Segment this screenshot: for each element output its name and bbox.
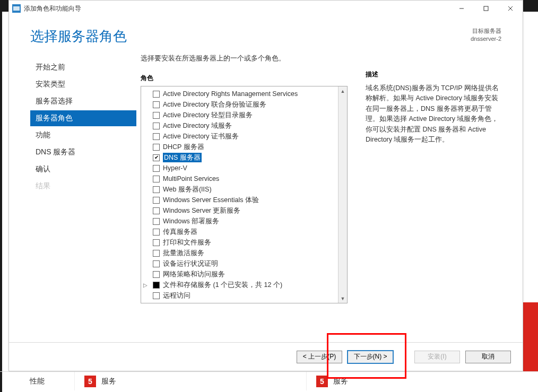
role-checkbox[interactable] xyxy=(153,260,160,267)
role-checkbox[interactable] xyxy=(153,133,160,140)
role-item[interactable]: Active Directory 轻型目录服务 xyxy=(141,110,347,120)
role-label: 批量激活服务 xyxy=(163,248,204,258)
install-button[interactable]: 安装(I) xyxy=(414,351,460,363)
role-item[interactable]: Windows 部署服务 xyxy=(141,216,347,227)
role-item[interactable]: DHCP 服务器 xyxy=(141,142,347,152)
role-label: 远程访问 xyxy=(163,291,190,300)
background-left-edge xyxy=(0,0,2,392)
nav-item-4[interactable]: 功能 xyxy=(30,127,136,143)
svg-rect-1 xyxy=(484,6,488,11)
wizard-dialog: 添加角色和功能向导 选择服务器角色 目标服务器 dnsserver-2 开始之前… xyxy=(8,0,523,371)
background-red-strip xyxy=(523,302,538,371)
scroll-track[interactable] xyxy=(339,95,347,294)
role-checkbox[interactable] xyxy=(153,282,160,289)
role-label: Active Directory 联合身份验证服务 xyxy=(163,100,266,109)
roles-scrollbar[interactable]: ▲ ▼ xyxy=(338,86,347,303)
backdrop-service-cell-left: 5 服务 xyxy=(74,372,306,390)
backdrop-service-label-left: 服务 xyxy=(101,377,116,386)
previous-button[interactable]: < 上一步(P) xyxy=(297,351,342,363)
role-checkbox[interactable] xyxy=(153,239,160,246)
role-item[interactable]: Active Directory 证书服务 xyxy=(141,131,347,142)
backdrop-perf-label: 性能 xyxy=(30,377,45,386)
role-checkbox[interactable] xyxy=(153,186,160,193)
role-checkbox[interactable] xyxy=(153,250,160,257)
titlebar[interactable]: 添加角色和功能向导 xyxy=(9,1,523,16)
backdrop-service-cell-right: 5 服务 xyxy=(306,372,538,390)
roles-listbox[interactable]: Active Directory Rights Management Servi… xyxy=(141,86,348,303)
role-item[interactable]: MultiPoint Services xyxy=(141,173,347,184)
role-item[interactable]: Windows Server Essentials 体验 xyxy=(141,195,347,205)
role-item[interactable]: Web 服务器(IIS) xyxy=(141,184,347,195)
role-item[interactable]: Active Directory 联合身份验证服务 xyxy=(141,99,347,110)
target-server-label: 目标服务器 xyxy=(471,27,501,35)
role-label: 文件和存储服务 (1 个已安装，共 12 个) xyxy=(163,280,282,290)
backdrop-service-label-right: 服务 xyxy=(333,377,348,386)
page-title: 选择服务器角色 xyxy=(30,27,127,46)
close-button[interactable] xyxy=(498,1,523,16)
role-checkbox[interactable] xyxy=(153,144,160,151)
role-label: Windows 部署服务 xyxy=(163,216,219,226)
role-item[interactable]: 网络策略和访问服务 xyxy=(141,269,347,280)
role-checkbox[interactable] xyxy=(153,292,160,299)
role-item[interactable]: Hyper-V xyxy=(141,163,347,173)
role-checkbox[interactable] xyxy=(153,197,160,204)
window-title: 添加角色和功能向导 xyxy=(24,4,81,13)
role-checkbox[interactable] xyxy=(153,229,160,236)
role-item[interactable]: DNS 服务器 xyxy=(141,152,347,163)
roles-list-header: 角色 xyxy=(141,74,353,83)
cancel-button[interactable]: 取消 xyxy=(465,351,511,363)
role-item[interactable]: Active Directory 域服务 xyxy=(141,120,347,131)
role-label: 设备运行状况证明 xyxy=(163,259,218,268)
role-label: Web 服务器(IIS) xyxy=(163,185,212,194)
role-item[interactable]: 设备运行状况证明 xyxy=(141,258,347,269)
wizard-footer: < 上一步(P) 下一步(N) > 安装(I) 取消 xyxy=(9,342,523,371)
nav-item-7: 结果 xyxy=(30,178,136,194)
app-icon xyxy=(12,4,21,13)
nav-item-3[interactable]: 服务器角色 xyxy=(30,110,136,126)
role-label: DHCP 服务器 xyxy=(163,142,204,152)
next-button[interactable]: 下一步(N) > xyxy=(348,351,393,363)
wizard-nav: 开始之前安装类型服务器选择服务器角色功能DNS 服务器确认结果 xyxy=(30,54,136,337)
role-label: Active Directory 证书服务 xyxy=(163,132,239,141)
role-label: Active Directory 轻型目录服务 xyxy=(163,110,253,120)
backdrop-badge-right: 5 xyxy=(316,376,328,387)
role-checkbox[interactable] xyxy=(153,207,160,214)
role-item[interactable]: 批量激活服务 xyxy=(141,248,347,258)
role-checkbox[interactable] xyxy=(153,271,160,278)
role-label: 网络策略和访问服务 xyxy=(163,269,225,279)
nav-item-0[interactable]: 开始之前 xyxy=(30,59,136,75)
role-checkbox[interactable] xyxy=(153,112,160,119)
role-label: MultiPoint Services xyxy=(163,174,219,184)
role-label: Windows Server Essentials 体验 xyxy=(163,195,259,205)
role-label: Active Directory Rights Management Servi… xyxy=(163,89,298,99)
role-checkbox[interactable] xyxy=(153,165,160,172)
description-header: 描述 xyxy=(366,70,501,79)
nav-item-6[interactable]: 确认 xyxy=(30,161,136,177)
role-label: Hyper-V xyxy=(163,163,187,173)
role-item[interactable]: 传真服务器 xyxy=(141,227,347,237)
role-checkbox[interactable] xyxy=(153,101,160,108)
minimize-button[interactable] xyxy=(449,1,474,16)
nav-item-1[interactable]: 安装类型 xyxy=(30,76,136,92)
role-checkbox[interactable] xyxy=(153,218,160,225)
backdrop-badge-left: 5 xyxy=(84,376,96,387)
role-checkbox[interactable] xyxy=(153,176,160,182)
role-checkbox[interactable] xyxy=(153,123,160,129)
nav-item-2[interactable]: 服务器选择 xyxy=(30,93,136,109)
role-checkbox[interactable] xyxy=(153,91,160,98)
role-item[interactable]: 文件和存储服务 (1 个已安装，共 12 个) xyxy=(141,280,347,290)
role-label: Active Directory 域服务 xyxy=(163,121,232,130)
role-label: 打印和文件服务 xyxy=(163,238,211,247)
role-item[interactable]: Active Directory Rights Management Servi… xyxy=(141,89,347,99)
role-checkbox[interactable] xyxy=(153,154,160,161)
role-item[interactable]: 远程访问 xyxy=(141,290,347,301)
target-server-name: dnsserver-2 xyxy=(471,35,501,43)
role-item[interactable]: 打印和文件服务 xyxy=(141,237,347,248)
role-item[interactable]: Windows Server 更新服务 xyxy=(141,205,347,216)
description-text: 域名系统(DNS)服务器为 TCP/IP 网络提供名称解析。如果与 Active… xyxy=(366,83,501,145)
role-label: Windows Server 更新服务 xyxy=(163,206,240,215)
maximize-button[interactable] xyxy=(474,1,498,16)
scroll-down-icon[interactable]: ▼ xyxy=(339,294,348,303)
nav-item-5[interactable]: DNS 服务器 xyxy=(30,144,136,160)
scroll-up-icon[interactable]: ▲ xyxy=(339,86,348,95)
